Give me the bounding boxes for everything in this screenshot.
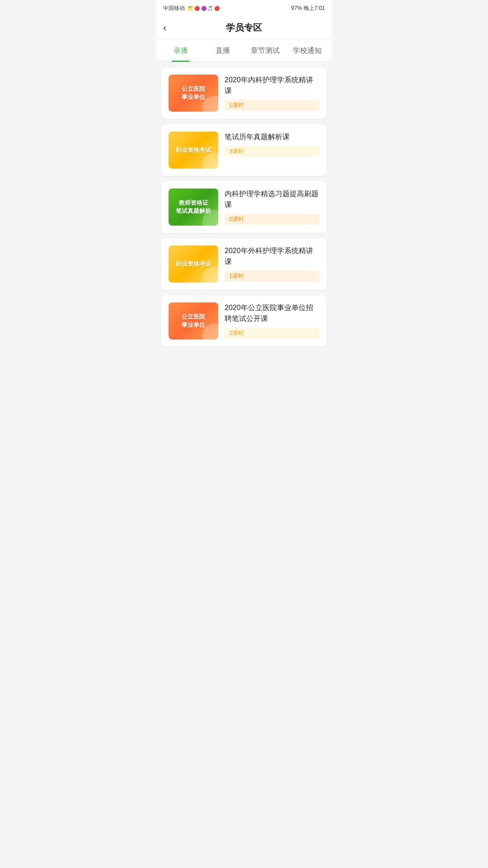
course-thumbnail: 教师资格证 笔试真题解析 <box>169 189 218 226</box>
thumb-text: 职业资格考试 <box>174 258 213 270</box>
course-thumbnail: 公立医院 事业单位 <box>169 302 218 340</box>
course-badge: 1课时 <box>225 100 319 111</box>
course-info: 内科护理学精选习题提高刷题课 0课时 <box>225 189 319 225</box>
tab-live[interactable]: 直播 <box>202 40 244 61</box>
course-badge: 3课时 <box>225 146 319 157</box>
tab-chapter-test[interactable]: 章节测试 <box>244 40 286 61</box>
tab-school-notice[interactable]: 学校通知 <box>286 40 329 61</box>
status-bar: 中国移动 🗂️ 🔴 🟣 🎵 🔴 97% 晚上7:01 <box>156 0 332 16</box>
carrier-label: 中国移动 🗂️ 🔴 🟣 🎵 🔴 <box>163 5 220 12</box>
course-title: 笔试历年真题解析课 <box>225 132 319 142</box>
course-card[interactable]: 教师资格证 笔试真题解析 内科护理学精选习题提高刷题课 0课时 <box>161 181 327 233</box>
thumb-text: 职业资格考试 <box>174 144 213 156</box>
course-title: 2020年公立医院事业单位招聘笔试公开课 <box>225 302 319 324</box>
course-title: 2020年外科护理学系统精讲课 <box>225 245 319 267</box>
back-button[interactable]: ‹ <box>163 22 166 34</box>
course-card[interactable]: 公立医院 事业单位 2020年内科护理学系统精讲课 1课时 <box>161 67 327 119</box>
page-header: ‹ 学员专区 <box>156 16 332 40</box>
course-title: 2020年内科护理学系统精讲课 <box>225 75 319 96</box>
course-card[interactable]: 职业资格考试 2020年外科护理学系统精讲课 1课时 <box>161 238 327 290</box>
tab-bar: 录播 直播 章节测试 学校通知 <box>156 40 332 62</box>
course-thumbnail: 公立医院 事业单位 <box>169 75 218 112</box>
course-info: 2020年公立医院事业单位招聘笔试公开课 2课时 <box>225 302 319 339</box>
course-badge: 2课时 <box>225 328 319 339</box>
thumb-text: 公立医院 事业单位 <box>180 83 207 103</box>
course-thumbnail: 职业资格考试 <box>169 132 218 169</box>
thumb-text: 教师资格证 笔试真题解析 <box>174 197 213 217</box>
course-info: 2020年外科护理学系统精讲课 1课时 <box>225 245 319 282</box>
course-thumbnail: 职业资格考试 <box>169 245 218 283</box>
time-label: 97% 晚上7:01 <box>291 5 325 12</box>
thumb-text: 公立医院 事业单位 <box>180 311 207 331</box>
tab-recording[interactable]: 录播 <box>160 40 202 61</box>
page-title: 学员专区 <box>226 22 262 34</box>
course-card[interactable]: 职业资格考试 笔试历年真题解析课 3课时 <box>161 124 327 176</box>
course-badge: 0课时 <box>225 214 319 225</box>
course-info: 笔试历年真题解析课 3课时 <box>225 132 319 157</box>
course-title: 内科护理学精选习题提高刷题课 <box>225 189 319 210</box>
course-badge: 1课时 <box>225 271 319 282</box>
course-info: 2020年内科护理学系统精讲课 1课时 <box>225 75 319 111</box>
course-card[interactable]: 公立医院 事业单位 2020年公立医院事业单位招聘笔试公开课 2课时 <box>161 295 327 347</box>
course-list: 公立医院 事业单位 2020年内科护理学系统精讲课 1课时 职业资格考试 笔试历… <box>156 62 332 352</box>
